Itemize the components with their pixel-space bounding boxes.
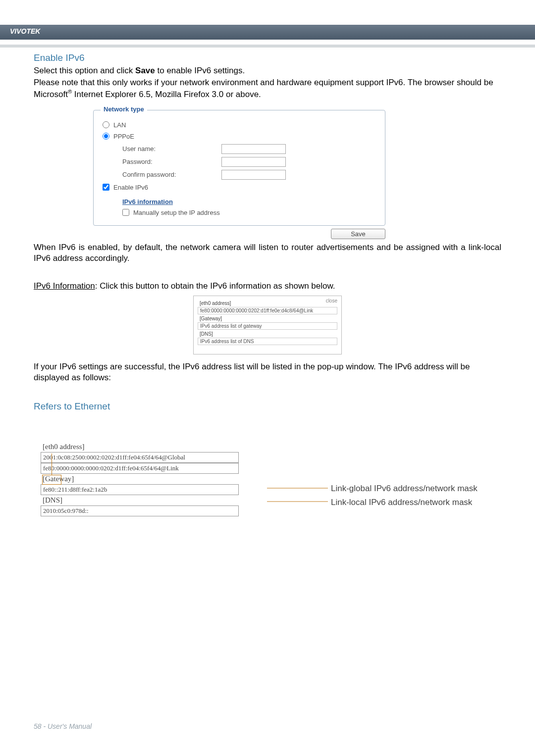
ipv6-info-underline: IPv6 Information — [34, 281, 95, 291]
intro-line-2: Please note that this only works if your… — [34, 77, 501, 100]
username-input[interactable] — [221, 144, 286, 154]
popup-dns-value: IPv6 address list of DNS — [198, 338, 337, 345]
refers-title: Refers to Ethernet — [34, 401, 501, 412]
save-button[interactable]: Save — [331, 229, 385, 239]
after-popup-text: If your IPv6 settings are successful, th… — [34, 361, 501, 383]
pppoe-radio[interactable] — [103, 133, 109, 140]
ipv6-info-line: IPv6 Information: Click this button to o… — [34, 281, 501, 292]
big-link-addr: fe80:0000:0000:0000:0202:d1ff:fe04:65f4/… — [41, 463, 239, 474]
ipv6-information-link[interactable]: IPv6 information — [122, 198, 173, 205]
enable-ipv6-label: Enable IPv6 — [113, 184, 148, 191]
panel-legend: Network type — [101, 105, 147, 113]
username-row: User name: — [122, 144, 376, 154]
lan-label: LAN — [113, 121, 126, 129]
big-global-addr: 2001:0c08:2500:0002:0202:d1ff:fe04:65f4/… — [41, 452, 239, 463]
popup-gw-value: IPv6 address list of gateway — [198, 322, 337, 330]
popup-eth0-label: [eth0 address] — [198, 300, 337, 306]
annot-global: Link-global IPv6 address/network mask — [331, 484, 478, 494]
page-footer: 58 - User's Manual — [34, 722, 92, 730]
big-eth0-label: [eth0 address] — [41, 442, 239, 452]
after-panel-text: When IPv6 is enabled, by default, the ne… — [34, 242, 501, 264]
callout-line-eth0 — [52, 454, 52, 475]
popup-dns-label: [DNS] — [198, 331, 337, 337]
ipv6-big-block: [eth0 address] 2001:0c08:2500:0002:0202:… — [34, 442, 501, 516]
manual-ip-label: Manually setup the IP address — [133, 209, 220, 216]
intro-line-1: Select this option and click Save to ena… — [34, 65, 501, 76]
confirm-input[interactable] — [221, 170, 286, 180]
password-row: Password: — [122, 157, 376, 167]
confirm-row: Confirm password: — [122, 170, 376, 180]
manual-ip-checkbox[interactable] — [122, 209, 129, 216]
password-label: Password: — [122, 158, 221, 165]
username-label: User name: — [122, 145, 221, 152]
close-link[interactable]: close — [326, 298, 337, 303]
callout-box-eth0 — [42, 475, 61, 485]
save-row: Save — [93, 229, 385, 239]
confirm-label: Confirm password: — [122, 171, 221, 178]
annot-local: Link-local IPv6 address/network mask — [331, 498, 472, 507]
network-type-panel: Network type LAN PPPoE User name: Passwo… — [93, 110, 385, 239]
enable-ipv6-checkbox[interactable] — [103, 184, 109, 191]
popup-gw-label: [Gateway] — [198, 315, 337, 322]
big-gw-value: fe80::211:d8ff:fea2:1a2b — [41, 484, 239, 495]
ipv6-popup-small: close [eth0 address] fe80:0000:0000:0000… — [193, 296, 342, 354]
big-dns-label: [DNS] — [41, 495, 239, 505]
lan-option[interactable]: LAN — [103, 121, 376, 129]
popup-eth0-value: fe80:0000:0000:0000:0202:d1ff:fe0e:d4c8/… — [198, 307, 337, 314]
pppoe-option[interactable]: PPPoE — [103, 133, 376, 140]
manual-ip-row[interactable]: Manually setup the IP address — [122, 209, 376, 216]
big-gw-label: [Gateway] — [41, 474, 239, 484]
big-dns-value: 2010:05c0:978d:: — [41, 505, 239, 516]
enable-ipv6-row[interactable]: Enable IPv6 — [103, 184, 376, 191]
brand-text: VIVOTEK — [10, 27, 40, 35]
page-content: Enable IPv6 Select this option and click… — [0, 38, 535, 516]
section-title: Enable IPv6 — [34, 52, 501, 63]
pppoe-label: PPPoE — [113, 133, 134, 140]
password-input[interactable] — [221, 157, 286, 167]
lan-radio[interactable] — [103, 121, 109, 128]
